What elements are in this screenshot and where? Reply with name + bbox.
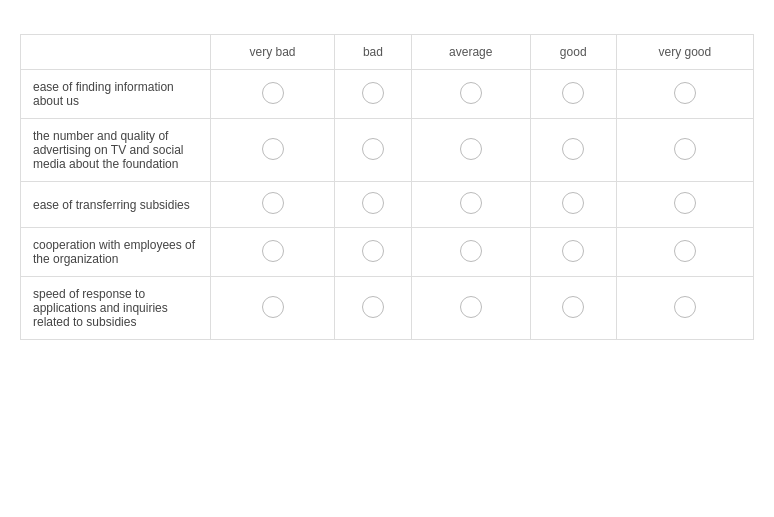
radio-cell[interactable] bbox=[530, 119, 616, 182]
row-label: ease of transferring subsidies bbox=[21, 182, 211, 228]
radio-cell[interactable] bbox=[530, 182, 616, 228]
radio-input[interactable] bbox=[262, 82, 284, 104]
radio-input[interactable] bbox=[460, 192, 482, 214]
radio-input[interactable] bbox=[562, 192, 584, 214]
radio-cell[interactable] bbox=[335, 119, 412, 182]
radio-input[interactable] bbox=[362, 138, 384, 160]
radio-cell[interactable] bbox=[211, 119, 335, 182]
radio-cell[interactable] bbox=[335, 70, 412, 119]
radio-cell[interactable] bbox=[411, 228, 530, 277]
radio-cell[interactable] bbox=[411, 119, 530, 182]
radio-cell[interactable] bbox=[530, 277, 616, 340]
radio-cell[interactable] bbox=[335, 277, 412, 340]
header-good: good bbox=[530, 35, 616, 70]
radio-cell[interactable] bbox=[411, 182, 530, 228]
radio-input[interactable] bbox=[460, 240, 482, 262]
radio-cell[interactable] bbox=[616, 119, 753, 182]
radio-input[interactable] bbox=[362, 296, 384, 318]
radio-cell[interactable] bbox=[411, 70, 530, 119]
radio-input[interactable] bbox=[262, 192, 284, 214]
header-empty bbox=[21, 35, 211, 70]
radio-input[interactable] bbox=[562, 240, 584, 262]
row-label: cooperation with employees of the organi… bbox=[21, 228, 211, 277]
radio-input[interactable] bbox=[674, 82, 696, 104]
radio-input[interactable] bbox=[460, 138, 482, 160]
header-average: average bbox=[411, 35, 530, 70]
radio-cell[interactable] bbox=[335, 182, 412, 228]
row-label: the number and quality of advertising on… bbox=[21, 119, 211, 182]
row-label: ease of finding information about us bbox=[21, 70, 211, 119]
radio-cell[interactable] bbox=[530, 70, 616, 119]
radio-cell[interactable] bbox=[335, 228, 412, 277]
radio-cell[interactable] bbox=[616, 182, 753, 228]
radio-cell[interactable] bbox=[211, 70, 335, 119]
table-row: ease of finding information about us bbox=[21, 70, 754, 119]
radio-input[interactable] bbox=[562, 296, 584, 318]
radio-input[interactable] bbox=[362, 192, 384, 214]
radio-input[interactable] bbox=[674, 138, 696, 160]
radio-cell[interactable] bbox=[616, 70, 753, 119]
table-row: ease of transferring subsidies bbox=[21, 182, 754, 228]
radio-input[interactable] bbox=[362, 82, 384, 104]
matrix-table: very bad bad average good very good ease… bbox=[20, 34, 754, 340]
radio-cell[interactable] bbox=[530, 228, 616, 277]
radio-input[interactable] bbox=[674, 296, 696, 318]
radio-input[interactable] bbox=[460, 296, 482, 318]
radio-input[interactable] bbox=[262, 240, 284, 262]
header-very-bad: very bad bbox=[211, 35, 335, 70]
header-bad: bad bbox=[335, 35, 412, 70]
radio-cell[interactable] bbox=[411, 277, 530, 340]
radio-input[interactable] bbox=[262, 296, 284, 318]
table-row: cooperation with employees of the organi… bbox=[21, 228, 754, 277]
row-label: speed of response to applications and in… bbox=[21, 277, 211, 340]
radio-input[interactable] bbox=[674, 240, 696, 262]
radio-input[interactable] bbox=[460, 82, 482, 104]
radio-input[interactable] bbox=[562, 138, 584, 160]
radio-input[interactable] bbox=[674, 192, 696, 214]
table-row: speed of response to applications and in… bbox=[21, 277, 754, 340]
table-row: the number and quality of advertising on… bbox=[21, 119, 754, 182]
radio-cell[interactable] bbox=[616, 228, 753, 277]
header-very-good: very good bbox=[616, 35, 753, 70]
radio-input[interactable] bbox=[362, 240, 384, 262]
radio-cell[interactable] bbox=[616, 277, 753, 340]
radio-cell[interactable] bbox=[211, 182, 335, 228]
radio-input[interactable] bbox=[262, 138, 284, 160]
radio-cell[interactable] bbox=[211, 277, 335, 340]
radio-input[interactable] bbox=[562, 82, 584, 104]
header-row: very bad bad average good very good bbox=[21, 35, 754, 70]
radio-cell[interactable] bbox=[211, 228, 335, 277]
